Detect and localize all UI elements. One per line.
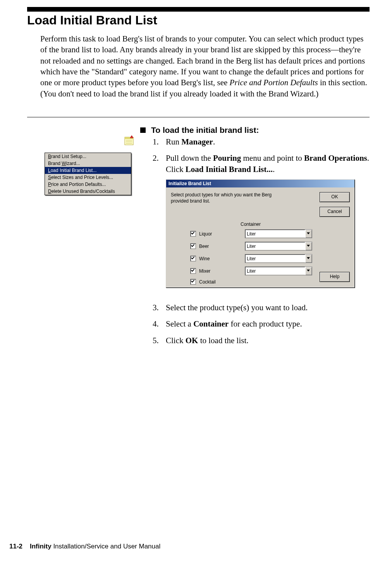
intro-paragraph: Perform this task to load Berg's list of… bbox=[40, 33, 370, 99]
chevron-down-icon[interactable] bbox=[305, 230, 312, 238]
cancel-button[interactable]: Cancel bbox=[320, 207, 350, 217]
menu-item[interactable]: Load Initial Brand List... bbox=[45, 167, 131, 174]
step-number: 1. bbox=[153, 136, 166, 147]
chevron-down-icon[interactable] bbox=[305, 242, 312, 250]
checkbox-mixer[interactable] bbox=[190, 268, 196, 274]
chevron-down-icon[interactable] bbox=[305, 267, 312, 275]
menu-item[interactable]: Select Sizes and Price Levels... bbox=[45, 174, 131, 181]
checkbox-wine[interactable] bbox=[190, 256, 196, 261]
page-number: 11-2 bbox=[9, 543, 22, 550]
step: 4.Select a Container for each product ty… bbox=[153, 318, 370, 329]
task-heading-row: To load the initial brand list: bbox=[140, 125, 259, 135]
step: 5.Click OK to load the list. bbox=[153, 335, 370, 346]
container-value-mixer: Liter bbox=[245, 268, 305, 274]
context-menu-screenshot: Brand List Setup...Brand Wizard...Load I… bbox=[45, 153, 131, 195]
container-value-beer: Liter bbox=[245, 244, 305, 249]
step-text: Select a Container for each product type… bbox=[166, 318, 370, 329]
note-icon bbox=[124, 136, 134, 146]
step-number: 3. bbox=[153, 302, 166, 313]
checkbox-beer[interactable] bbox=[190, 243, 196, 249]
dialog-titlebar: Initialize Brand List bbox=[166, 180, 354, 187]
footer-rest: Installation/Service and User Manual bbox=[52, 543, 161, 550]
container-select-beer[interactable]: Liter bbox=[245, 242, 312, 251]
step: 1.Run Manager. bbox=[153, 136, 370, 147]
label-beer: Beer bbox=[199, 244, 242, 249]
steps-bottom: 3.Select the product type(s) you want to… bbox=[153, 302, 370, 351]
product-row-cocktail: Cocktail bbox=[190, 279, 242, 285]
step-number: 2. bbox=[153, 153, 166, 175]
menu-item[interactable]: Brand Wizard... bbox=[45, 160, 131, 167]
label-liquor: Liquor bbox=[199, 231, 242, 237]
container-select-mixer[interactable]: Liter bbox=[245, 266, 312, 275]
page-title: Load Initial Brand List bbox=[27, 13, 157, 27]
menu-item[interactable]: Price and Portion Defaults... bbox=[45, 181, 131, 188]
step-text: Select the product type(s) you want to l… bbox=[166, 302, 370, 313]
product-row-liquor: Liquor Liter bbox=[190, 229, 312, 238]
initialize-brand-list-dialog: Initialize Brand List Select product typ… bbox=[166, 179, 355, 288]
checkbox-cocktail[interactable] bbox=[190, 279, 196, 285]
container-value-liquor: Liter bbox=[245, 231, 305, 237]
step-text: Run Manager. bbox=[166, 136, 370, 147]
container-column-header: Container bbox=[241, 222, 261, 227]
section-divider bbox=[27, 117, 370, 117]
menu-item[interactable]: Brand List Setup... bbox=[45, 153, 131, 160]
step: 3.Select the product type(s) you want to… bbox=[153, 302, 370, 313]
chevron-down-icon[interactable] bbox=[305, 254, 312, 263]
steps-top: 1.Run Manager.2.Pull down the Pouring me… bbox=[153, 136, 370, 180]
square-bullet-icon bbox=[140, 127, 146, 133]
step-number: 5. bbox=[153, 335, 166, 346]
product-row-beer: Beer Liter bbox=[190, 242, 312, 251]
menu-item[interactable]: Delete Unused Brands/Cocktails bbox=[45, 188, 131, 195]
dialog-body: Select product types for which you want … bbox=[166, 187, 354, 287]
step: 2.Pull down the Pouring menu and point t… bbox=[153, 153, 370, 175]
step-text: Click OK to load the list. bbox=[166, 335, 370, 346]
help-button[interactable]: Help bbox=[320, 272, 350, 282]
label-wine: Wine bbox=[199, 256, 242, 261]
container-value-wine: Liter bbox=[245, 256, 305, 261]
checkbox-liquor[interactable] bbox=[190, 231, 196, 237]
intro-italic: Price and Portion Defaults bbox=[230, 78, 318, 87]
product-row-wine: Wine Liter bbox=[190, 254, 312, 263]
footer-product: Infinity bbox=[30, 543, 52, 550]
step-text: Pull down the Pouring menu and point to … bbox=[166, 153, 370, 175]
dialog-instruction: Select product types for which you want … bbox=[171, 192, 279, 204]
page-footer: 11-2 Infinity Installation/Service and U… bbox=[9, 543, 160, 550]
label-mixer: Mixer bbox=[199, 268, 242, 274]
header-rule bbox=[27, 7, 370, 12]
label-cocktail: Cocktail bbox=[199, 279, 242, 285]
container-select-liquor[interactable]: Liter bbox=[245, 229, 312, 238]
step-number: 4. bbox=[153, 318, 166, 329]
ok-button[interactable]: OK bbox=[320, 192, 350, 202]
product-row-mixer: Mixer Liter bbox=[190, 266, 312, 275]
task-heading: To load the initial brand list: bbox=[151, 125, 259, 135]
container-select-wine[interactable]: Liter bbox=[245, 254, 312, 263]
